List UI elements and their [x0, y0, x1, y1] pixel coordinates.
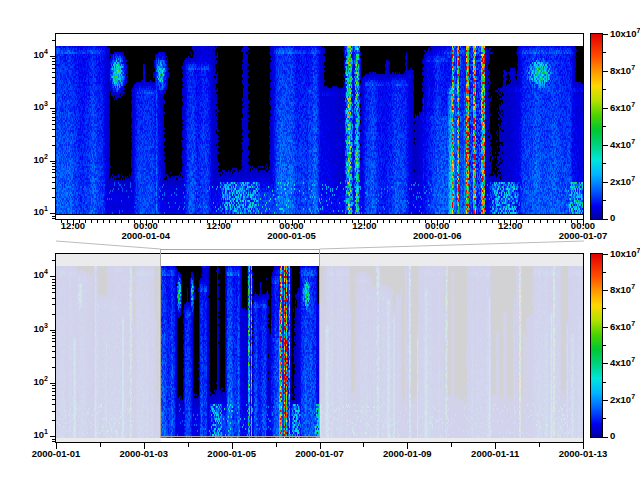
- axis-tick: [419, 220, 420, 223]
- colorbar-tick-label: 4x107: [610, 357, 635, 368]
- axis-tick: [451, 443, 452, 447]
- axis-tick: [52, 61, 55, 62]
- axis-tick: [52, 182, 55, 183]
- axis-tick: [52, 113, 55, 114]
- axis-tick: [352, 220, 353, 223]
- axis-tick: [207, 220, 208, 223]
- colorbar-tick: [603, 163, 606, 164]
- axis-tick: [480, 220, 481, 223]
- colorbar-tick-label: 0: [610, 213, 615, 223]
- colorbar-tick: [603, 219, 608, 220]
- detail-plot-area[interactable]: [55, 33, 584, 220]
- colorbar-tick-label: 2x107: [610, 394, 635, 405]
- colorbar-tick: [603, 437, 608, 438]
- axis-tick: [52, 357, 55, 358]
- axis-tick: [249, 220, 250, 223]
- axis-tick: [370, 220, 371, 223]
- x-tick-date-label: 2000-01-05: [267, 231, 316, 241]
- colorbar-tick: [603, 327, 608, 328]
- axis-tick: [52, 367, 55, 368]
- axis-tick: [528, 220, 529, 223]
- axis-tick: [52, 40, 55, 41]
- axis-tick: [52, 385, 55, 386]
- axis-tick: [340, 220, 341, 223]
- axis-tick: [97, 220, 98, 223]
- axis-tick: [231, 220, 232, 223]
- axis-tick: [534, 220, 535, 223]
- axis-tick: [52, 169, 55, 170]
- y-tick-label: 104: [0, 269, 48, 280]
- axis-tick: [52, 72, 55, 73]
- colorbar-tick-label: 6x107: [610, 321, 635, 332]
- y-tick-label: 102: [0, 376, 48, 387]
- x-tick-time-label: 12:00: [498, 221, 522, 231]
- axis-tick: [52, 420, 55, 421]
- colorbar-tick: [603, 126, 606, 127]
- colorbar-tick-label: 10x107: [610, 28, 640, 39]
- axis-tick: [383, 220, 384, 223]
- axis-tick: [52, 172, 55, 173]
- axis-tick: [182, 220, 183, 223]
- axis-tick: [52, 117, 55, 118]
- axis-tick: [52, 341, 55, 342]
- axis-tick: [363, 443, 364, 447]
- axis-tick: [50, 56, 55, 57]
- axis-tick: [328, 220, 329, 223]
- axis-tick: [158, 220, 159, 223]
- axis-tick: [52, 129, 55, 130]
- axis-tick: [52, 346, 55, 347]
- axis-tick: [52, 351, 55, 352]
- y-tick-label: 104: [0, 49, 48, 60]
- axis-tick: [115, 220, 116, 223]
- axis-tick: [565, 220, 566, 223]
- x-tick-date-label: 2000-01-01: [32, 449, 81, 459]
- axis-tick: [492, 220, 493, 223]
- axis-tick: [52, 335, 55, 336]
- axis-tick: [255, 220, 256, 223]
- y-tick-label: 103: [0, 323, 48, 334]
- axis-tick: [128, 220, 129, 223]
- axis-tick: [395, 220, 396, 223]
- axis-tick: [559, 220, 560, 223]
- colorbar-tick: [603, 108, 608, 109]
- axis-tick: [455, 220, 456, 223]
- axis-tick: [279, 220, 280, 223]
- y-tick-label: 102: [0, 154, 48, 165]
- axis-tick: [52, 411, 55, 412]
- axis-tick: [267, 220, 268, 223]
- x-tick-date-label: 2000-01-07: [559, 231, 608, 241]
- axis-tick: [134, 220, 135, 223]
- axis-tick: [52, 83, 55, 84]
- axis-tick: [50, 108, 55, 109]
- axis-tick: [449, 220, 450, 223]
- colorbar-tick: [603, 34, 608, 35]
- colorbar-tick: [603, 182, 608, 183]
- axis-tick: [52, 163, 55, 164]
- axis-tick: [61, 220, 62, 223]
- y-tick-label: 103: [0, 101, 48, 112]
- axis-tick: [194, 220, 195, 223]
- colorbar-tick: [603, 272, 606, 273]
- x-tick-date-label: 2000-01-07: [295, 449, 344, 459]
- axis-tick: [522, 220, 523, 223]
- time-selection-rectangle[interactable]: [160, 249, 321, 437]
- axis-tick: [237, 220, 238, 223]
- axis-tick: [100, 443, 101, 447]
- zoom-connector-line: [320, 241, 585, 249]
- axis-tick: [188, 443, 189, 447]
- axis-tick: [334, 220, 335, 223]
- axis-tick: [276, 443, 277, 447]
- axis-tick: [261, 220, 262, 223]
- axis-tick: [389, 220, 390, 223]
- axis-tick: [377, 220, 378, 223]
- axis-tick: [431, 220, 432, 223]
- axis-tick: [498, 220, 499, 223]
- axis-tick: [52, 177, 55, 178]
- axis-tick: [52, 314, 55, 315]
- axis-tick: [52, 111, 55, 112]
- x-tick-date-label: 2000-01-04: [121, 231, 170, 241]
- axis-tick: [50, 161, 55, 162]
- x-tick-date-label: 2000-01-05: [207, 449, 256, 459]
- axis-tick: [50, 276, 55, 277]
- axis-tick: [52, 166, 55, 167]
